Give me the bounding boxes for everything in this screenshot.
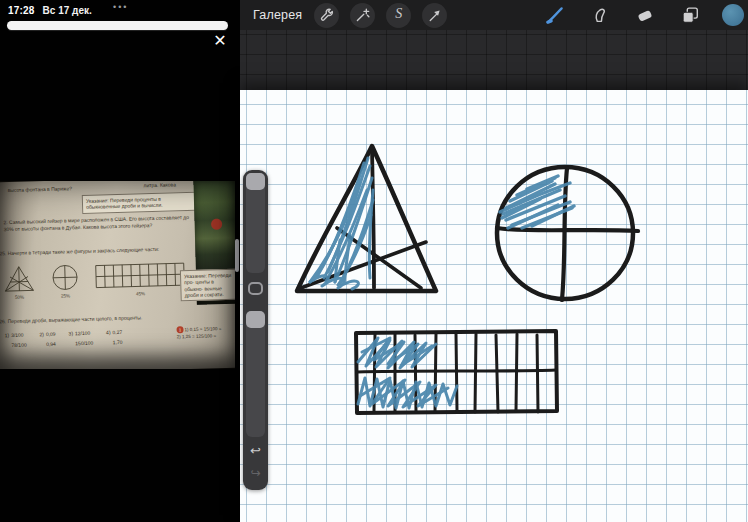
item-value: 3/100 [11,332,26,338]
ipad-screen: 17:28 Вс 17 дек. ••• ✕ высота фонтана в … [0,0,748,522]
hint-box-1: Указание: Переведи проценты в обыкновенн… [82,192,196,214]
item-value: 0,27 [112,329,122,335]
selection-icon[interactable]: S [386,3,411,28]
procreate-app: Галерея S [240,0,748,522]
clock: 17:28 [8,5,35,16]
figure-circle: 25% [50,262,81,299]
figure-triangle: 50% [2,263,37,300]
item-value: 78/100 [11,342,26,348]
worksheet-figures: 50% 25% 45% [2,259,187,300]
color-swatch[interactable] [722,4,744,26]
brush-icon[interactable] [542,3,567,28]
opacity-handle[interactable] [246,311,265,328]
problem-2: 2. Самый высокий гейзер в мире расположе… [3,214,189,232]
figure-label: 25% [61,293,70,298]
smudge-icon[interactable] [587,3,612,28]
problem-25: 25. Начерти в тетради такие же фигуры и … [0,245,191,257]
status-bar: 17:28 Вс 17 дек. ••• [8,3,232,17]
scrollbar[interactable] [235,239,239,272]
brush-size-slider[interactable] [246,173,265,273]
example-badge: 1 [176,326,183,333]
item-value: 150/100 [75,340,93,347]
item-value: 0,09 [46,331,56,337]
left-tool-group: S [314,3,447,28]
hint-box-2: Указание: Переведи про- центы в обыкно- … [180,269,235,302]
exercise-item: 2) 0,090,94 [39,331,56,347]
figure-label: 45% [136,291,145,296]
item-number: 1) [5,332,10,348]
problem-26: 26. Переведи дроби, выражающие части цел… [0,313,184,325]
opacity-slider[interactable] [246,311,265,437]
multitask-dots-icon[interactable]: ••• [113,2,128,12]
exercise-items: 1) 3/10078/100 2) 0,090,94 3) 12/100150/… [5,329,123,348]
solved-line: 2) 1,25 = 125/100 = [177,334,216,340]
brush-size-handle[interactable] [246,173,265,190]
exercise-item: 3) 12/100150/100 [68,330,93,347]
item-value: 0,94 [46,341,56,347]
offcanvas-background [240,30,748,90]
exercise-item: 4) 0,271,70 [106,329,123,345]
modify-button[interactable] [248,282,263,295]
solved-examples: 11) 0,15 = 15/100 = 2) 1,25 = 125/100 = [176,325,235,341]
item-value: 12/100 [75,330,93,337]
figure-label: 50% [15,295,24,300]
worksheet-fragment: высота фонтана в Париже? [8,184,103,193]
solved-line: 1) 0,15 = 15/100 = [184,326,221,332]
redo-icon[interactable]: ↪ [243,466,268,480]
drag-pill[interactable] [7,21,228,30]
item-value: 1,70 [113,339,123,345]
item-number: 3) [68,330,73,346]
drawing-canvas[interactable] [240,90,748,522]
procreate-toolbar: Галерея S [240,0,748,30]
worksheet-page: высота фонтана в Париже? литра. Какова У… [0,181,235,369]
actions-wrench-icon[interactable] [314,3,339,28]
worksheet-photo[interactable]: высота фонтана в Париже? литра. Какова У… [0,181,235,369]
adjustments-wand-icon[interactable] [350,3,375,28]
figure-rect-grid: 45% [94,259,187,298]
exercise-item: 1) 3/10078/100 [5,332,27,349]
gallery-button[interactable]: Галерея [253,8,302,22]
right-tool-group [542,0,744,30]
date: Вс 17 дек. [43,5,92,16]
item-number: 4) [106,329,111,345]
layers-icon[interactable] [677,3,702,28]
transform-arrow-icon[interactable] [422,3,447,28]
close-icon[interactable]: ✕ [209,30,231,52]
undo-icon[interactable]: ↩ [243,443,268,458]
brush-sidebar: ↩ ↪ [243,170,268,490]
eraser-icon[interactable] [632,3,657,28]
item-number: 2) [39,331,44,347]
left-split-app: 17:28 Вс 17 дек. ••• ✕ высота фонтана в … [0,0,240,522]
